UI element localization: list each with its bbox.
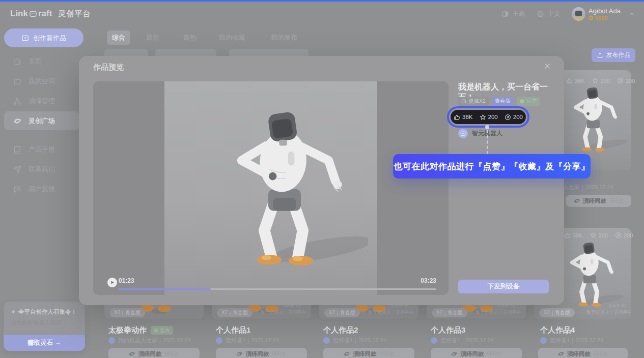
brand-watermark: 智元机器人｜灵创平台 (475, 309, 520, 316)
like-stat[interactable]: 38K (564, 232, 583, 238)
share-stat[interactable]: 200 (615, 232, 633, 238)
planet-icon (344, 351, 350, 357)
publish-work-button[interactable]: 发布作品 (592, 48, 635, 62)
star-icon (480, 114, 486, 121)
sidebar-item-my-space[interactable]: 我的空间 (4, 72, 79, 91)
sidebar-item-performance[interactable]: 演绎管理 (4, 92, 79, 110)
card-title[interactable]: 个人作品2 (323, 325, 358, 335)
sidebar-item-feedback[interactable]: 用户反馈 (4, 180, 79, 198)
video-frame (164, 81, 377, 295)
sidebar-item-contact[interactable]: 联系我们 (4, 160, 79, 178)
sidebar-item-plaza[interactable]: 灵创广场 (4, 111, 79, 130)
share-stat[interactable]: 200 (617, 77, 635, 84)
planet-icon (574, 198, 580, 204)
favorite-button[interactable]: 200 (480, 114, 498, 121)
video-progress-fill (119, 288, 211, 290)
model-tag: 灵犀X2 (458, 97, 489, 106)
language-switch[interactable]: 中文 (537, 9, 561, 18)
theme-label: 主题 (512, 9, 525, 18)
brand-watermark: 智元机器人｜灵创平台 (586, 309, 631, 316)
header: Link raft 灵创平台 主题 中文 Agibot Ada (0, 2, 644, 26)
author-avatar (323, 337, 330, 344)
chevron-up-icon (629, 11, 635, 17)
folder-icon (13, 77, 21, 85)
sidebar-item-label: 产品手册 (29, 145, 55, 154)
tab-hottest[interactable]: 最热 (178, 31, 202, 45)
work-stats-pill: 38K 200 200 (451, 110, 526, 124)
video-total-time: 03:23 (421, 277, 436, 284)
sidebar-item-label: 灵创广场 (29, 116, 55, 126)
sidebar-item-manual[interactable]: 产品手册 (4, 140, 79, 159)
official-tag: 官方 (517, 97, 540, 106)
earn-gems-button[interactable]: 赚取灵石 → (4, 335, 85, 351)
share-button[interactable]: 200 (505, 114, 523, 121)
card-title[interactable]: 个人作品3 (431, 325, 465, 335)
thumb-tag: X2｜青春版 (324, 308, 360, 317)
thumbs-up-icon (566, 77, 573, 84)
card-author: 爱好者1｜2025.12.24 (216, 337, 279, 344)
robot-face-icon (461, 99, 466, 104)
upload-icon (597, 52, 603, 58)
star-icon (592, 77, 599, 84)
home-icon (13, 57, 21, 66)
favorite-stat[interactable]: 200 (592, 77, 610, 84)
robot-video-image (200, 103, 368, 271)
tab-newest[interactable]: 最新 (141, 31, 164, 45)
card-author: 爱好者1｜2025.12.24 (540, 337, 603, 344)
card-title[interactable]: 个人作品4 (540, 325, 575, 335)
video-progress-track[interactable] (119, 288, 436, 290)
sidebar-item-label: 用户反馈 (29, 185, 55, 194)
like-button[interactable]: 38K (454, 114, 472, 121)
chat-dots-icon (13, 185, 21, 193)
remix-button[interactable]: 演绎同款 666次 (538, 348, 628, 358)
logo-text-1: Link (10, 9, 28, 19)
planet-icon (558, 351, 564, 357)
video-plus-icon (21, 34, 29, 42)
play-button[interactable] (107, 278, 117, 287)
work-author[interactable]: 智元机器人 (458, 129, 502, 138)
stats-spotlight-ring: 38K 200 200 (447, 106, 529, 128)
user-menu[interactable]: Agibot Ada 5000 (572, 7, 635, 21)
coin-icon (589, 15, 594, 20)
robot-thumbnail-image (554, 239, 625, 308)
made-by-watermark: made by (609, 303, 627, 308)
remix-button[interactable]: 演绎同款 666次 (566, 195, 631, 207)
tab-my-favorites[interactable]: 我的收藏 (214, 31, 250, 45)
video-player[interactable]: 01:23 03:23 (93, 81, 449, 295)
share-icon (505, 114, 511, 121)
create-work-button[interactable]: 创作新作品 (4, 28, 83, 47)
tooltip-connector-line (487, 130, 488, 154)
creator-promo-card: 全平台创作人召集令！ 成为首批"机器人导演"！ 赚取灵石 → (4, 302, 85, 351)
like-stat[interactable]: 38K (566, 77, 585, 84)
planet-icon (129, 351, 135, 357)
planet-icon (13, 117, 21, 125)
sidebar-item-home[interactable]: 主页 (4, 52, 79, 71)
work-preview-modal: 作品预览 (79, 56, 564, 305)
planet-icon (451, 351, 457, 357)
card-author: 爱好者1｜2025.12.24 (323, 337, 386, 344)
brand-watermark: 智元机器人｜灵创平台 (368, 309, 413, 316)
globe-icon (537, 10, 544, 18)
remix-button[interactable]: 演绎同款 666次 (216, 348, 307, 358)
tab-comprehensive[interactable]: 综合 (107, 31, 130, 45)
remix-button[interactable]: 演绎同款 666次 (431, 348, 522, 358)
edition-tag: 青春版 (492, 97, 514, 106)
logo: Link raft 灵创平台 (10, 9, 91, 19)
avatar-robot-head (575, 11, 582, 16)
favorite-stat[interactable]: 200 (590, 232, 608, 238)
remix-button[interactable]: 演绎同款 666次 (108, 348, 200, 358)
card-stats-row: 38K 200 200 (564, 232, 633, 238)
promo-subtitle: 成为首批"机器人导演"！ (11, 319, 85, 326)
tab-my-posts[interactable]: 我的发布 (266, 31, 302, 45)
theme-icon (501, 10, 509, 18)
close-icon[interactable] (543, 62, 551, 70)
star-icon (590, 232, 597, 238)
tooltip-connector-dot (485, 125, 489, 129)
paper-plane-icon (13, 165, 21, 173)
card-title[interactable]: 太极拳动作 (108, 325, 147, 335)
card-title[interactable]: 个人作品1 (216, 325, 250, 335)
remix-button[interactable]: 演绎同款 666次 (323, 348, 414, 358)
theme-toggle[interactable]: 主题 (501, 9, 525, 18)
sidebar-item-label: 主页 (29, 57, 42, 66)
send-to-device-button[interactable]: 下发到设备 (458, 280, 549, 293)
